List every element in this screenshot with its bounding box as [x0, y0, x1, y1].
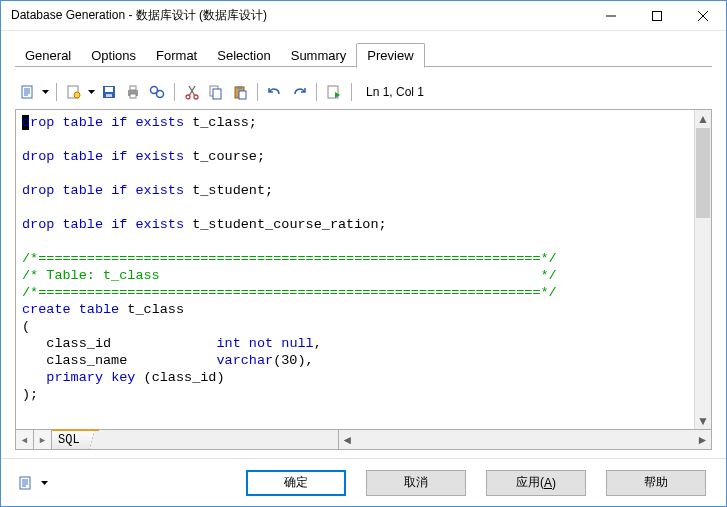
prev-tab-icon[interactable]: ◄	[16, 430, 34, 449]
separator	[174, 83, 175, 101]
ok-button[interactable]: 确定	[246, 470, 346, 496]
vertical-scrollbar[interactable]: ▲ ▼	[694, 110, 711, 429]
editor-tab-space	[99, 430, 339, 449]
minimize-button[interactable]	[588, 1, 634, 31]
svg-rect-0	[653, 11, 662, 20]
editor-tab-sql[interactable]: SQL	[52, 429, 99, 449]
run-button[interactable]	[323, 81, 345, 103]
svg-rect-5	[105, 87, 113, 92]
help-button[interactable]: 帮助	[606, 470, 706, 496]
editor-frame: drop table if exists t_class; drop table…	[15, 109, 712, 450]
separator	[351, 83, 352, 101]
scroll-up-icon[interactable]: ▲	[695, 110, 711, 127]
scroll-down-icon[interactable]: ▼	[695, 412, 711, 429]
maximize-button[interactable]	[634, 1, 680, 31]
code-area[interactable]: drop table if exists t_class; drop table…	[16, 110, 694, 429]
apply-button[interactable]: 应用(A)	[486, 470, 586, 496]
tab-format[interactable]: Format	[146, 44, 207, 67]
page-icon	[15, 472, 37, 494]
cursor-position-label: Ln 1, Col 1	[366, 85, 424, 99]
separator	[257, 83, 258, 101]
svg-point-3	[74, 92, 80, 98]
svg-rect-6	[106, 94, 112, 97]
dialog-window: Database Generation - 数据库设计 (数据库设计) Gene…	[0, 0, 727, 507]
paste-button[interactable]	[229, 81, 251, 103]
separator	[56, 83, 57, 101]
titlebar[interactable]: Database Generation - 数据库设计 (数据库设计)	[1, 1, 726, 31]
copy-button[interactable]	[205, 81, 227, 103]
chevron-down-icon	[86, 81, 96, 103]
page-icon	[17, 81, 39, 103]
help-label: 帮助	[644, 474, 668, 491]
svg-rect-8	[130, 86, 136, 90]
cancel-button[interactable]: 取消	[366, 470, 466, 496]
chevron-down-icon	[39, 472, 49, 494]
scroll-left-icon[interactable]: ◄	[339, 430, 356, 449]
window-title: Database Generation - 数据库设计 (数据库设计)	[11, 7, 588, 24]
scroll-thumb[interactable]	[696, 128, 710, 218]
tab-general[interactable]: General	[15, 44, 81, 67]
cut-button[interactable]	[181, 81, 203, 103]
find-button[interactable]	[146, 81, 168, 103]
svg-rect-15	[213, 89, 221, 99]
svg-rect-1	[22, 86, 32, 98]
svg-point-12	[186, 95, 190, 99]
next-tab-icon[interactable]: ►	[34, 430, 52, 449]
tab-options[interactable]: Options	[81, 44, 146, 67]
dialog-content: GeneralOptionsFormatSelectionSummaryPrev…	[1, 31, 726, 450]
svg-point-13	[194, 95, 198, 99]
dropdown-2[interactable]	[63, 81, 96, 103]
footer-dropdown[interactable]	[15, 472, 49, 494]
horizontal-scrollbar[interactable]: ◄ ►	[339, 430, 711, 449]
svg-point-11	[157, 91, 164, 98]
print-button[interactable]	[122, 81, 144, 103]
redo-button[interactable]	[288, 81, 310, 103]
scroll-right-icon[interactable]: ►	[694, 430, 711, 449]
new-page-icon	[63, 81, 85, 103]
editor-tab-label: SQL	[58, 433, 80, 447]
svg-rect-9	[130, 94, 136, 98]
cancel-label: 取消	[404, 474, 428, 491]
separator	[316, 83, 317, 101]
toolbar: Ln 1, Col 1	[15, 75, 712, 107]
svg-rect-18	[239, 91, 246, 99]
tab-selection[interactable]: Selection	[207, 44, 280, 67]
tab-summary[interactable]: Summary	[281, 44, 357, 67]
code-editor[interactable]: drop table if exists t_class; drop table…	[16, 110, 711, 429]
ok-label: 确定	[284, 474, 308, 491]
chevron-down-icon	[40, 81, 50, 103]
dropdown-1[interactable]	[17, 81, 50, 103]
tab-strip: GeneralOptionsFormatSelectionSummaryPrev…	[15, 41, 712, 67]
save-button[interactable]	[98, 81, 120, 103]
close-button[interactable]	[680, 1, 726, 31]
editor-bottom-bar: ◄ ► SQL ◄ ►	[16, 429, 711, 449]
svg-rect-20	[20, 477, 30, 489]
svg-rect-17	[237, 86, 242, 89]
tab-preview[interactable]: Preview	[356, 43, 424, 68]
undo-button[interactable]	[264, 81, 286, 103]
dialog-footer: 确定 取消 应用(A) 帮助	[1, 458, 726, 506]
